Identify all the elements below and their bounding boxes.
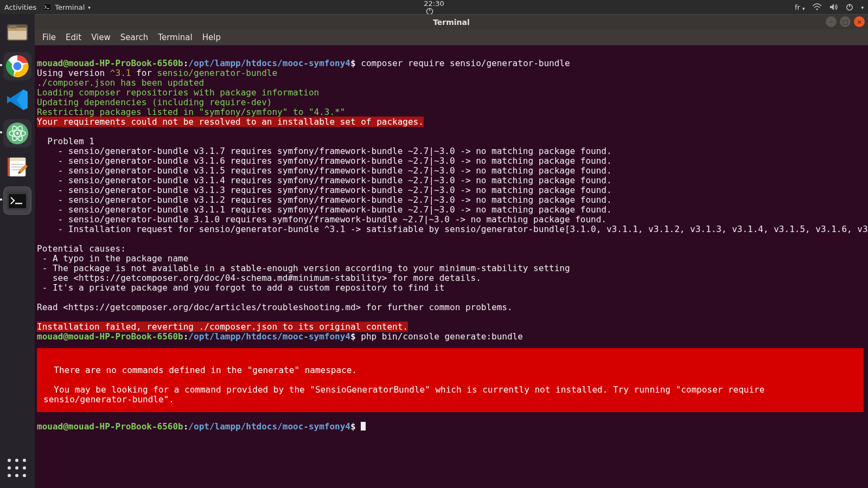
svg-rect-1 <box>43 4 51 10</box>
atom-icon <box>5 121 30 146</box>
svg-rect-23 <box>8 158 10 176</box>
chevron-down-icon: ▾ <box>802 6 805 11</box>
app-menu-label: Terminal <box>55 3 85 11</box>
terminal-viewport[interactable]: mouad@mouad-HP-ProBook-6560b:/opt/lampp/… <box>35 46 868 488</box>
files-icon <box>5 20 30 45</box>
text-editor-icon <box>5 155 30 179</box>
menu-file[interactable]: File <box>42 33 56 42</box>
menu-view[interactable]: View <box>91 33 111 42</box>
volume-icon[interactable] <box>829 3 838 11</box>
vscode-launcher[interactable] <box>3 86 31 114</box>
menu-terminal[interactable]: Terminal <box>158 33 192 42</box>
menu-help[interactable]: Help <box>202 33 221 42</box>
svg-rect-2 <box>47 8 49 9</box>
svg-rect-7 <box>850 4 851 7</box>
activities-button[interactable]: Activities <box>4 3 36 11</box>
apps-grid-icon <box>8 459 27 478</box>
files-launcher[interactable] <box>3 18 31 47</box>
gedit-launcher[interactable] <box>3 153 31 181</box>
vscode-icon <box>5 87 30 112</box>
svg-rect-28 <box>9 194 26 208</box>
menu-edit[interactable]: Edit <box>66 33 81 42</box>
keyboard-layout-indicator[interactable]: fr ▾ <box>795 3 805 11</box>
window-close-button[interactable]: × <box>854 16 865 27</box>
wifi-icon[interactable] <box>812 3 822 11</box>
terminal-app-icon <box>43 3 52 11</box>
svg-rect-4 <box>430 8 430 11</box>
system-menu-chevron-icon[interactable]: ▾ <box>861 5 864 10</box>
symfony-error-box: There are no commands defined in the "ge… <box>37 348 864 412</box>
terminal-output: mouad@mouad-HP-ProBook-6560b:/opt/lampp/… <box>37 59 866 432</box>
svg-rect-11 <box>9 25 17 29</box>
window-maximize-button[interactable]: □ <box>840 16 851 27</box>
svg-point-5 <box>816 8 818 10</box>
clock[interactable]: 22:30 <box>424 0 444 15</box>
window-minimize-button[interactable]: − <box>826 16 837 27</box>
dock <box>0 14 35 488</box>
chrome-icon <box>5 54 30 79</box>
app-menu[interactable]: Terminal ▾ <box>43 3 90 11</box>
terminal-launcher[interactable] <box>3 187 31 215</box>
window-title: Terminal <box>35 18 868 27</box>
chrome-launcher[interactable] <box>3 52 31 80</box>
terminal-launcher-icon <box>5 188 30 213</box>
svg-point-19 <box>16 132 19 135</box>
show-applications-button[interactable] <box>3 454 31 483</box>
terminal-menu-bar: File Edit View Search Terminal Help <box>35 29 868 46</box>
power-icon[interactable] <box>846 3 853 11</box>
window-title-bar: Terminal − □ × <box>35 14 868 29</box>
menu-search[interactable]: Search <box>120 33 149 42</box>
terminal-window: Terminal − □ × File Edit View Search Ter… <box>35 14 868 488</box>
atom-launcher[interactable] <box>3 119 31 147</box>
gnome-top-bar: Activities Terminal ▾ 22:30 fr ▾ <box>0 0 868 14</box>
svg-rect-22 <box>9 158 25 161</box>
svg-rect-29 <box>15 203 22 204</box>
cursor <box>361 422 366 431</box>
chevron-down-icon: ▾ <box>88 5 91 10</box>
